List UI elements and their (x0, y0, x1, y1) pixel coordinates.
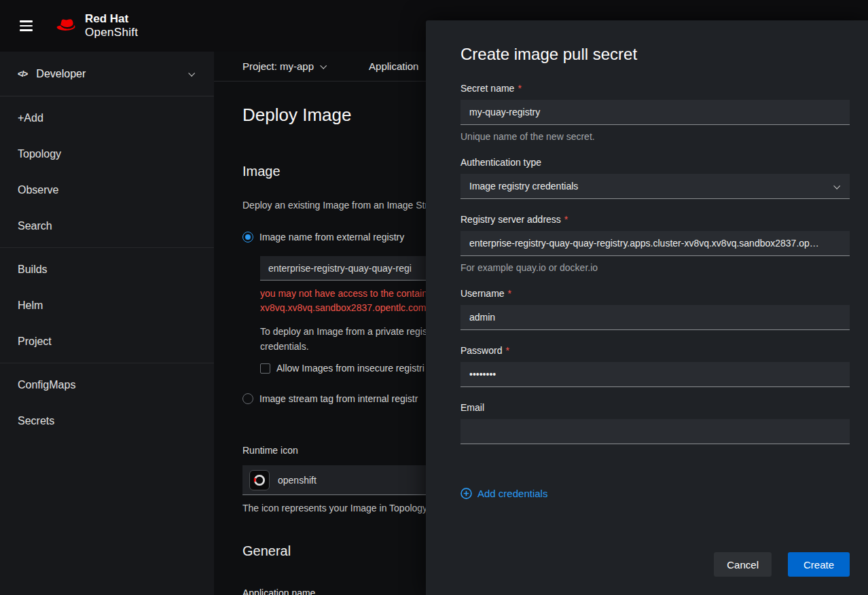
create-image-pull-secret-modal: Create image pull secret Secret name * U… (426, 20, 868, 595)
brand-openshift: OpenShift (85, 26, 138, 39)
sidebar-item-search[interactable]: Search (0, 208, 214, 244)
external-registry-radio[interactable] (242, 232, 253, 242)
sidebar-item-observe[interactable]: Observe (0, 172, 214, 208)
modal-footer: Cancel Create (714, 552, 850, 577)
redhat-hat-icon (55, 17, 78, 35)
runtime-icon-value: openshift (278, 475, 317, 486)
username-label: Username (460, 288, 505, 299)
add-credentials-button[interactable]: Add credentials (460, 488, 547, 499)
cancel-button[interactable]: Cancel (714, 552, 772, 577)
project-selector[interactable]: Project: my-app (242, 60, 325, 72)
perspective-label: Developer (36, 68, 86, 80)
required-asterisk: * (564, 214, 568, 225)
chevron-down-icon (188, 70, 195, 77)
nav-group-main: +Add Topology Observe Search (0, 96, 214, 248)
add-credentials-label: Add credentials (477, 488, 547, 499)
sidebar-item-secrets[interactable]: Secrets (0, 403, 214, 439)
openshift-logo-icon (249, 470, 270, 490)
secret-name-label: Secret name (460, 83, 514, 94)
brand-redhat: Red Hat (85, 12, 138, 26)
secret-name-field: Secret name * Unique name of the new sec… (460, 83, 850, 142)
project-selector-label: Project: my-app (242, 60, 314, 72)
auth-type-field: Authentication type Image registry crede… (460, 157, 850, 199)
plus-circle-icon (460, 488, 472, 499)
secret-name-input[interactable] (460, 100, 850, 125)
internal-registry-radio[interactable] (242, 393, 253, 404)
perspective-switcher[interactable]: </> Developer (0, 52, 214, 96)
internal-registry-radio-label: Image stream tag from internal registr (259, 393, 418, 404)
secret-name-help: Unique name of the new secret. (460, 131, 850, 142)
registry-address-field: Registry server address * For example qu… (460, 214, 850, 273)
sidebar-item-project[interactable]: Project (0, 323, 214, 359)
email-field: Email (460, 402, 850, 444)
required-asterisk: * (508, 288, 511, 299)
username-input[interactable] (460, 305, 850, 330)
email-label: Email (460, 402, 484, 413)
external-registry-radio-label: Image name from external registry (259, 232, 404, 242)
auth-type-label: Authentication type (460, 157, 541, 168)
auth-type-select[interactable]: Image registry credentials (460, 174, 850, 199)
create-button[interactable]: Create (788, 552, 850, 577)
insecure-registry-checkbox[interactable] (260, 363, 270, 374)
menu-icon[interactable] (14, 12, 41, 39)
sidebar-nav: </> Developer +Add Topology Observe Sear… (0, 52, 214, 595)
application-selector-label: Application (369, 60, 418, 72)
registry-address-label: Registry server address (460, 214, 561, 225)
registry-address-input[interactable] (460, 231, 850, 256)
nav-group-config: ConfigMaps Secrets (0, 363, 214, 442)
password-label: Password (460, 345, 502, 356)
redhat-openshift-logo: Red Hat OpenShift (55, 12, 138, 39)
registry-address-help: For example quay.io or docker.io (460, 262, 850, 273)
modal-title: Create image pull secret (460, 45, 850, 64)
email-input[interactable] (460, 419, 850, 444)
sidebar-item-builds[interactable]: Builds (0, 251, 214, 287)
required-asterisk: * (518, 83, 521, 94)
application-selector[interactable]: Application (369, 60, 418, 72)
required-asterisk: * (505, 345, 509, 356)
nav-group-builds: Builds Helm Project (0, 248, 214, 363)
sidebar-item-add[interactable]: +Add (0, 100, 214, 136)
password-field: Password * (460, 345, 850, 387)
username-field: Username * (460, 288, 850, 330)
auth-type-value: Image registry credentials (469, 181, 578, 192)
chevron-down-icon (320, 62, 327, 69)
insecure-registry-label: Allow Images from insecure registri (276, 363, 424, 374)
chevron-down-icon (833, 182, 840, 189)
password-input[interactable] (460, 362, 850, 387)
code-icon: </> (18, 69, 27, 79)
sidebar-item-topology[interactable]: Topology (0, 136, 214, 172)
sidebar-item-helm[interactable]: Helm (0, 287, 214, 323)
sidebar-item-configmaps[interactable]: ConfigMaps (0, 367, 214, 403)
